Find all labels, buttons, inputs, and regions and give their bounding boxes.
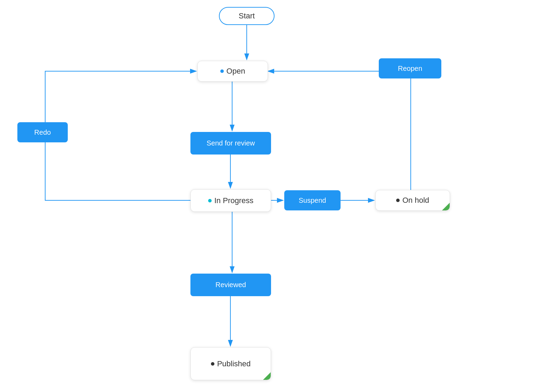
reviewed-label: Reviewed <box>215 281 246 289</box>
suspend-label: Suspend <box>299 197 326 205</box>
on-hold-corner-decoration <box>442 203 450 210</box>
reopen-label: Reopen <box>398 65 422 73</box>
published-corner-decoration <box>263 372 271 380</box>
start-label: Start <box>239 11 255 20</box>
on-hold-state[interactable]: On hold <box>375 190 450 211</box>
published-state[interactable]: Published <box>190 347 271 380</box>
arrows-svg <box>0 0 556 392</box>
open-state[interactable]: Open <box>197 61 268 82</box>
redo-btn[interactable]: Redo <box>17 122 68 142</box>
on-hold-label: On hold <box>402 196 429 205</box>
diagram-container: Start Open Send for review Redo Reopen I… <box>0 0 556 392</box>
reopen-btn[interactable]: Reopen <box>379 58 441 78</box>
suspend-btn[interactable]: Suspend <box>284 190 341 210</box>
send-for-review-btn[interactable]: Send for review <box>190 132 271 155</box>
published-label: Published <box>217 359 251 368</box>
send-for-review-label: Send for review <box>207 139 255 147</box>
reviewed-btn[interactable]: Reviewed <box>190 274 271 296</box>
in-progress-dot <box>208 199 212 202</box>
start-node: Start <box>219 7 275 25</box>
in-progress-label: In Progress <box>214 196 254 205</box>
in-progress-state[interactable]: In Progress <box>190 189 271 212</box>
redo-label: Redo <box>34 128 51 136</box>
open-dot <box>220 69 224 73</box>
published-dot <box>211 362 214 366</box>
open-label: Open <box>227 67 245 76</box>
on-hold-dot <box>396 199 400 202</box>
